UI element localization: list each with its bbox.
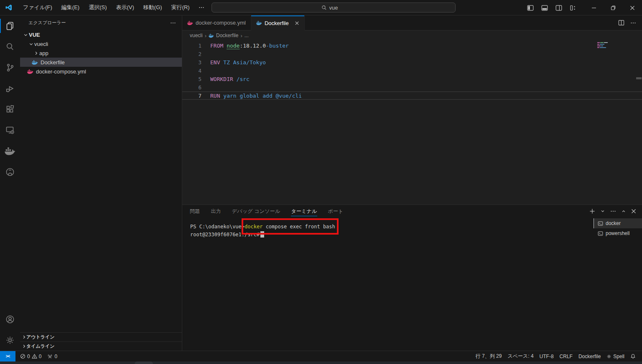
menu-run[interactable]: 実行(R) bbox=[167, 2, 194, 13]
chevron-down-icon bbox=[22, 33, 29, 37]
panel-tab-terminal[interactable]: ターミナル bbox=[291, 205, 317, 217]
new-terminal-icon[interactable] bbox=[589, 208, 595, 214]
split-editor-icon[interactable] bbox=[618, 20, 624, 26]
run-debug-icon[interactable] bbox=[0, 78, 20, 99]
account-icon[interactable] bbox=[0, 309, 20, 330]
bell-icon bbox=[630, 354, 636, 359]
toggle-panel-icon[interactable] bbox=[539, 3, 550, 13]
breadcrumb-folder[interactable]: vuecli bbox=[190, 33, 203, 38]
cursor-position[interactable]: 行 7、列 29 bbox=[473, 352, 505, 361]
menu-edit[interactable]: 編集(E) bbox=[57, 2, 84, 13]
notifications-bell[interactable] bbox=[627, 352, 639, 361]
chevron-right-icon bbox=[33, 51, 39, 56]
search-input[interactable] bbox=[329, 5, 346, 11]
code-editor[interactable]: 1 FROM node:18.12.0-buster 2 3 ENV TZ As… bbox=[182, 40, 642, 205]
terminal-prompt-2: root@23309f6076e1:/src# bbox=[190, 232, 260, 238]
panel-tab-bar: 問題 出力 デバッグ コンソール ターミナル ポート bbox=[182, 205, 642, 217]
editor-more-actions-icon[interactable] bbox=[630, 20, 636, 26]
terminal-output[interactable]: PS C:\odaneko\vue>docker compose exec fr… bbox=[182, 217, 594, 351]
terminal-instance-powershell[interactable]: powershell bbox=[594, 228, 642, 238]
spell-checker[interactable]: Spell bbox=[604, 352, 627, 361]
file-tree: VUE vuecli app Dockerfile docker-com bbox=[20, 30, 182, 76]
extensions-icon[interactable] bbox=[0, 99, 20, 120]
close-panel-icon[interactable] bbox=[631, 209, 636, 214]
chevron-right-icon bbox=[22, 335, 26, 339]
indentation[interactable]: スペース: 4 bbox=[504, 352, 536, 361]
terminal-instances-list: docker powershell bbox=[594, 217, 642, 351]
chevron-right-icon: › bbox=[205, 33, 206, 39]
panel-more-actions-icon[interactable] bbox=[610, 208, 616, 214]
status-bar: >< 0 0 0 行 7、列 29 スペース: 4 UTF-8 CRLF Doc… bbox=[0, 351, 642, 361]
code-line-4: 4 bbox=[182, 66, 642, 75]
tree-item-vuecli[interactable]: vuecli bbox=[20, 39, 182, 48]
docker-whale-blue-icon bbox=[32, 60, 38, 65]
toggle-sidebar-icon[interactable] bbox=[525, 3, 536, 13]
menu-selection[interactable]: 選択(S) bbox=[84, 2, 111, 13]
remote-explorer-icon[interactable] bbox=[0, 120, 20, 141]
language-mode[interactable]: Dockerfile bbox=[576, 352, 604, 361]
command-center-search[interactable] bbox=[211, 3, 456, 13]
timeline-section[interactable]: タイムライン bbox=[20, 341, 182, 351]
terminal-instance-docker[interactable]: docker bbox=[594, 218, 642, 228]
search-icon bbox=[321, 5, 327, 10]
menu-bar: ファイル(F) 編集(E) 選択(S) 表示(V) 移動(G) 実行(R) bbox=[18, 2, 209, 13]
eol-sequence[interactable]: CRLF bbox=[557, 352, 576, 361]
problems-status[interactable]: 0 0 bbox=[17, 352, 44, 361]
tree-item-dockerfile[interactable]: Dockerfile bbox=[20, 58, 182, 67]
remote-indicator[interactable]: >< bbox=[0, 351, 15, 362]
terminal-icon bbox=[598, 231, 603, 236]
chevron-down-icon bbox=[28, 42, 34, 46]
menu-go[interactable]: 移動(G) bbox=[139, 2, 167, 13]
terminal-prompt: PS C:\odaneko\vue> bbox=[190, 224, 245, 230]
toggle-secondary-sidebar-icon[interactable] bbox=[553, 3, 564, 13]
menu-file[interactable]: ファイル(F) bbox=[18, 2, 57, 13]
windows-taskbar-edge bbox=[0, 361, 642, 364]
ports-status[interactable]: 0 bbox=[44, 352, 60, 361]
radio-tower-icon bbox=[47, 354, 53, 359]
tree-item-app[interactable]: app bbox=[20, 48, 182, 58]
menu-more-icon[interactable] bbox=[194, 5, 209, 10]
explorer-icon[interactable] bbox=[0, 15, 20, 36]
bottom-panel: 問題 出力 デバッグ コンソール ターミナル ポート bbox=[182, 205, 642, 351]
gear-icon bbox=[606, 354, 611, 359]
code-line-6: 6 bbox=[182, 83, 642, 91]
docker-whale-blue-icon bbox=[256, 20, 262, 25]
minimize-button[interactable] bbox=[584, 0, 604, 15]
activity-bar bbox=[0, 15, 20, 351]
docker-view-icon[interactable] bbox=[0, 141, 20, 162]
explorer-title: エクスプローラー bbox=[28, 20, 66, 26]
encoding[interactable]: UTF-8 bbox=[537, 352, 557, 361]
tree-item-docker-compose[interactable]: docker-compose.yml bbox=[20, 67, 182, 76]
panel-tab-ports[interactable]: ポート bbox=[328, 205, 344, 217]
minimap[interactable] bbox=[597, 42, 609, 49]
code-line-7-current: 7 RUN yarn global add @vue/cli bbox=[182, 91, 642, 100]
settings-gear-icon[interactable] bbox=[0, 330, 20, 351]
title-bar: ファイル(F) 編集(E) 選択(S) 表示(V) 移動(G) 実行(R) bbox=[0, 0, 642, 15]
github-icon[interactable] bbox=[0, 162, 20, 182]
tab-dockerfile[interactable]: Dockerfile bbox=[251, 15, 305, 30]
terminal-cursor bbox=[260, 231, 264, 238]
breadcrumb-symbol[interactable]: ... bbox=[245, 33, 249, 38]
panel-tab-problems[interactable]: 問題 bbox=[190, 205, 200, 217]
maximize-panel-icon[interactable] bbox=[622, 209, 626, 213]
tree-item-vue-root[interactable]: VUE bbox=[20, 30, 182, 39]
customize-layout-icon[interactable] bbox=[568, 3, 578, 13]
editor-tab-bar: docker-compose.yml Dockerfile bbox=[182, 15, 642, 30]
explorer-more-actions-icon[interactable] bbox=[170, 20, 176, 26]
panel-tab-debug-console[interactable]: デバッグ コンソール bbox=[232, 205, 280, 217]
source-control-icon[interactable] bbox=[0, 57, 20, 78]
close-tab-icon[interactable] bbox=[295, 21, 299, 25]
restore-button[interactable] bbox=[604, 0, 623, 15]
menu-view[interactable]: 表示(V) bbox=[112, 2, 139, 13]
image-link[interactable]: node bbox=[227, 43, 239, 49]
docker-whale-pink-icon bbox=[27, 69, 33, 74]
breadcrumb-file[interactable]: Dockerfile bbox=[216, 33, 238, 38]
outline-section[interactable]: アウトライン bbox=[20, 332, 182, 341]
search-view-icon[interactable] bbox=[0, 36, 20, 57]
close-window-button[interactable] bbox=[623, 0, 642, 15]
warning-icon bbox=[32, 354, 37, 359]
tab-docker-compose[interactable]: docker-compose.yml bbox=[182, 15, 251, 30]
terminal-profile-dropdown-icon[interactable] bbox=[601, 209, 605, 213]
overview-ruler-cursor-mark bbox=[636, 77, 642, 79]
panel-tab-output[interactable]: 出力 bbox=[211, 205, 221, 217]
